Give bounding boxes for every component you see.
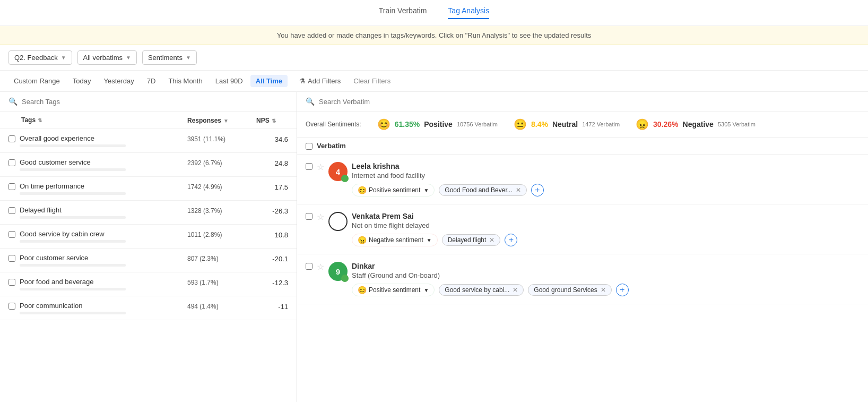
verbatim-content: Venkata Prem Sai Not on time flight dela… (352, 212, 860, 246)
date-custom-range[interactable]: Custom Range (8, 75, 65, 87)
main-content: 🔍 Tags ⇅ Responses ▼ NPS ⇅ (0, 92, 868, 402)
sentiment-dropdown[interactable]: 😊 Positive sentiment ▼ (352, 184, 435, 196)
verbatim-items-container: ☆ 4 Leela krishna Internet and food faci… (297, 155, 868, 304)
responses-sort-icon[interactable]: ▼ (223, 118, 229, 124)
overall-sentiments-label: Overall Sentiments: (306, 121, 361, 128)
search-tags-input[interactable] (22, 98, 288, 106)
verbatims-dropdown[interactable]: All verbatims ▼ (77, 50, 137, 65)
tag-row: On time performance 1742 (4.9%) 17.5 (0, 177, 297, 201)
add-tag-button[interactable]: + (616, 284, 629, 296)
verbatim-tag-label: Delayed flight ✕ (442, 234, 501, 246)
tag-bar-track (20, 312, 126, 314)
tag-bar-track (20, 192, 126, 195)
verbatim-checkbox[interactable] (306, 163, 313, 170)
sentiment-summary: Overall Sentiments: 😊 61.35% Positive 10… (297, 112, 868, 138)
sentiments-dropdown[interactable]: Sentiments ▼ (142, 50, 197, 65)
neutral-icon: 😐 (514, 118, 527, 131)
col-responses: 1011 (2.8%) (187, 230, 256, 238)
add-tag-button[interactable]: + (531, 184, 544, 196)
tag-info: Delayed flight (20, 206, 187, 219)
date-all-time[interactable]: All Time (250, 75, 288, 87)
negative-icon: 😠 (636, 118, 649, 131)
verbatim-select-all-checkbox[interactable] (306, 143, 313, 150)
verbatim-item: ☆ 4 Leela krishna Internet and food faci… (297, 155, 868, 204)
verbatim-tag-label: Good ground Services ✕ (528, 284, 611, 296)
star-button[interactable]: ☆ (317, 212, 324, 222)
col-responses: 3951 (11.1%) (187, 134, 256, 143)
tag-checkbox[interactable] (8, 159, 15, 166)
tag-checkbox[interactable] (8, 135, 15, 142)
search-verbatim-input[interactable] (319, 98, 860, 106)
col-nps: 34.6 (256, 134, 288, 143)
question-dropdown[interactable]: Q2. Feedback ▼ (8, 50, 72, 65)
star-button[interactable]: ☆ (317, 262, 324, 272)
neutral-sentiment-item: 😐 8.4% Neutral 1472 Verbatim (514, 118, 620, 131)
verbatim-checkbox[interactable] (306, 213, 313, 220)
remove-tag-button[interactable]: ✕ (516, 186, 521, 194)
date-today[interactable]: Today (67, 75, 97, 87)
tag-checkbox[interactable] (8, 183, 15, 190)
avatar-empty (328, 212, 348, 231)
sentiment-label: Positive sentiment (369, 286, 420, 294)
tag-checkbox[interactable] (8, 207, 15, 214)
tag-info: Poor food and beverage (20, 278, 187, 290)
tag-checkbox[interactable] (8, 279, 15, 286)
avatar-badge (341, 175, 349, 182)
tag-bar-track (20, 216, 126, 219)
sentiment-dropdown[interactable]: 😠 Negative sentiment ▼ (352, 234, 438, 246)
date-yesterday[interactable]: Yesterday (98, 75, 139, 87)
nav-train-verbatim[interactable]: Train Verbatim (379, 6, 427, 19)
date-7d[interactable]: 7D (142, 75, 161, 87)
tag-bar-track (20, 144, 126, 147)
add-filters-button[interactable]: ⚗ Add Filters (294, 75, 346, 87)
verbatim-tags: 😠 Negative sentiment ▼ Delayed flight ✕ … (352, 234, 860, 246)
verbatim-tag-label: Good service by cabi... ✕ (439, 284, 524, 296)
nav-tag-analysis[interactable]: Tag Analysis (448, 6, 489, 19)
avatar: 9 (328, 262, 348, 281)
date-last-90d[interactable]: Last 90D (210, 75, 248, 87)
tag-info: Good customer service (20, 158, 187, 171)
star-button[interactable]: ☆ (317, 162, 324, 172)
remove-tag-button[interactable]: ✕ (489, 236, 494, 244)
tag-bar-track (20, 168, 126, 171)
avatar-badge (341, 275, 349, 282)
date-this-month[interactable]: This Month (163, 75, 207, 87)
remove-tag-button[interactable]: ✕ (601, 286, 606, 294)
col-responses: 1328 (3.7%) (187, 206, 256, 215)
neutral-label: Neutral (552, 120, 578, 129)
verbatim-tags: 😊 Positive sentiment ▼ Good service by c… (352, 284, 860, 296)
positive-label: Positive (424, 120, 453, 129)
tag-info: On time performance (20, 182, 187, 195)
tag-name: Good service by cabin crew (20, 230, 187, 238)
clear-filters-button[interactable]: Clear Filters (348, 75, 396, 87)
tags-search-bar: 🔍 (0, 92, 297, 112)
tag-checkbox[interactable] (8, 303, 15, 310)
tag-sort-icon[interactable]: ⇅ (38, 117, 42, 123)
tags-table-header: Tags ⇅ Responses ▼ NPS ⇅ (0, 112, 297, 129)
tag-name: Poor communication (20, 302, 187, 310)
sentiment-caret: ▼ (423, 287, 429, 293)
remove-tag-button[interactable]: ✕ (513, 286, 518, 294)
left-panel: 🔍 Tags ⇅ Responses ▼ NPS ⇅ (0, 92, 297, 402)
tag-checkbox[interactable] (8, 255, 15, 262)
verbatim-tags: 😊 Positive sentiment ▼ Good Food and Bev… (352, 184, 860, 196)
tag-name: Overall good experience (20, 134, 187, 142)
tag-bar-track (20, 288, 126, 290)
add-tag-button[interactable]: + (505, 234, 517, 246)
verbatim-search-icon: 🔍 (306, 97, 315, 106)
verbatim-list: Verbatim ☆ 4 Leela krishna Internet and … (297, 138, 868, 402)
col-nps: -11 (256, 302, 288, 311)
right-panel: 🔍 Overall Sentiments: 😊 61.35% Positive … (297, 92, 868, 402)
date-range-bar: Custom Range Today Yesterday 7D This Mon… (0, 71, 868, 92)
tag-checkbox[interactable] (8, 231, 15, 238)
filter-bar: Q2. Feedback ▼ All verbatims ▼ Sentiment… (0, 45, 868, 71)
neutral-count: 1472 Verbatim (582, 121, 620, 127)
nps-sort-icon[interactable]: ⇅ (272, 118, 276, 124)
sentiment-dropdown[interactable]: 😊 Positive sentiment ▼ (352, 284, 435, 296)
tag-name: On time performance (20, 182, 187, 190)
col-nps: -12.3 (256, 278, 288, 287)
tag-bar-track (20, 240, 126, 243)
verbatim-text: Not on time flight delayed (352, 221, 860, 229)
col-responses: 1742 (4.9%) (187, 182, 256, 191)
verbatim-checkbox[interactable] (306, 263, 313, 270)
